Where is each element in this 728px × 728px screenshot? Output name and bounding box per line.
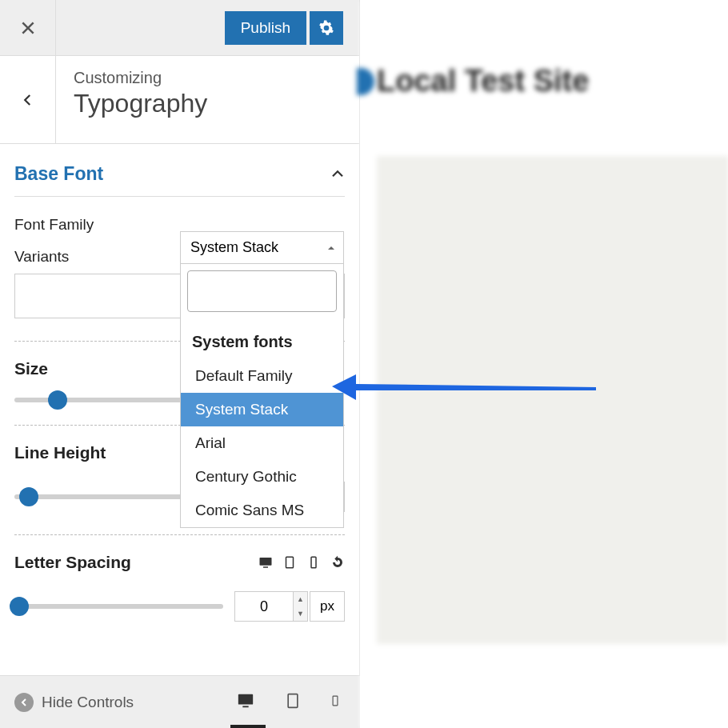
desktop-icon	[235, 692, 256, 710]
hide-controls-button[interactable]: Hide Controls	[14, 693, 224, 712]
back-button[interactable]	[0, 56, 56, 143]
svg-rect-6	[288, 694, 298, 707]
size-label: Size	[14, 359, 48, 378]
caret-up-icon	[327, 244, 335, 252]
bottom-bar: Hide Controls	[0, 675, 360, 728]
accordion-label: Base Font	[14, 163, 103, 185]
svg-rect-3	[311, 557, 316, 568]
letter-spacing-slider[interactable]	[14, 604, 223, 609]
preview-desktop-button[interactable]	[235, 692, 256, 713]
svg-rect-7	[333, 696, 338, 706]
section-header: Customizing Typography	[0, 56, 359, 144]
collapse-icon	[20, 698, 28, 706]
chevron-up-icon	[330, 167, 345, 182]
desktop-icon[interactable]	[258, 555, 273, 570]
slider-thumb[interactable]	[19, 487, 38, 506]
dropdown-search-input[interactable]	[187, 270, 337, 312]
dropdown-selected[interactable]: System Stack	[181, 232, 343, 264]
variants-label: Variants	[14, 248, 182, 266]
letter-spacing-input[interactable]: 0	[234, 591, 294, 622]
chevron-left-icon	[21, 93, 35, 107]
customizer-topbar: Publish	[0, 0, 359, 56]
mobile-icon	[330, 691, 341, 710]
preview-mobile-button[interactable]	[330, 691, 341, 714]
font-family-dropdown: System Stack System fonts Default Family…	[180, 231, 344, 528]
breadcrumb: Customizing	[74, 69, 207, 87]
reset-icon[interactable]	[330, 555, 345, 570]
svg-rect-1	[263, 566, 268, 568]
preview-tablet-button[interactable]	[285, 691, 301, 714]
publish-button[interactable]: Publish	[225, 11, 306, 45]
publish-settings-button[interactable]	[310, 11, 343, 45]
letter-spacing-unit[interactable]: px	[310, 591, 345, 622]
letter-spacing-label: Letter Spacing	[14, 553, 131, 572]
svg-rect-4	[238, 694, 253, 704]
preview-site-title: Local Test Site	[377, 64, 589, 98]
svg-rect-2	[286, 557, 294, 568]
dropdown-group-label: System fonts	[181, 318, 343, 359]
gear-icon	[318, 20, 334, 36]
dropdown-option[interactable]: Arial	[181, 426, 343, 460]
line-height-label: Line Height	[14, 443, 106, 462]
mobile-icon[interactable]	[306, 555, 321, 570]
tablet-icon	[285, 691, 301, 710]
accordion-base-font[interactable]: Base Font	[14, 144, 345, 197]
dropdown-option[interactable]: Default Family	[181, 359, 343, 393]
dropdown-option[interactable]: System Stack	[181, 393, 343, 426]
dropdown-option[interactable]: Century Gothic	[181, 460, 343, 494]
svg-rect-5	[242, 706, 248, 707]
slider-thumb[interactable]	[48, 390, 67, 410]
slider-thumb[interactable]	[10, 597, 29, 616]
page-title: Typography	[74, 89, 207, 118]
site-preview: Local Test Site	[361, 0, 728, 728]
tablet-icon[interactable]	[282, 555, 297, 570]
close-icon	[20, 20, 36, 36]
hide-controls-label: Hide Controls	[42, 694, 134, 711]
letter-spacing-stepper[interactable]: ▲▼	[294, 591, 308, 622]
dropdown-selected-label: System Stack	[190, 239, 278, 256]
close-button[interactable]	[0, 0, 56, 56]
dropdown-option[interactable]: Comic Sans MS	[181, 494, 343, 527]
svg-rect-0	[260, 558, 272, 566]
